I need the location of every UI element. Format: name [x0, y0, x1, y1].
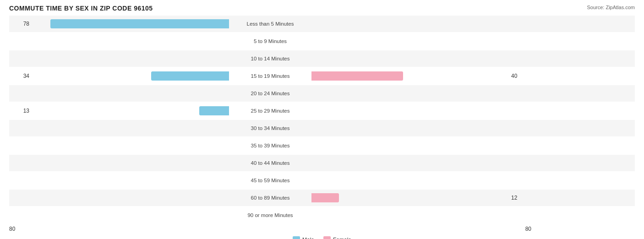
chart-row: 5 to 9 Minutes: [9, 33, 635, 49]
male-value: 78: [9, 21, 32, 27]
male-value: 13: [9, 108, 32, 114]
female-bar-container: [311, 71, 508, 81]
row-label: 35 to 39 Minutes: [229, 143, 311, 148]
row-label: 90 or more Minutes: [229, 212, 311, 218]
male-value: 34: [9, 73, 32, 79]
row-label: 45 to 59 Minutes: [229, 178, 311, 183]
chart-row: 40 to 44 Minutes: [9, 155, 635, 171]
male-bar-container: [32, 54, 229, 63]
chart-row: 45 to 59 Minutes: [9, 172, 635, 189]
chart-row: 35 to 39 Minutes: [9, 137, 635, 154]
row-label: Less than 5 Minutes: [229, 21, 311, 27]
female-bar-container: [311, 89, 508, 98]
male-bar-container: [32, 71, 229, 81]
female-bar-container: [311, 106, 508, 115]
bars-area: 78 Less than 5 Minutes 5 to 9 Minutes: [9, 16, 635, 223]
female-value: 40: [508, 73, 531, 79]
chart-row: 60 to 89 Minutes 12: [9, 190, 635, 206]
row-label: 25 to 29 Minutes: [229, 108, 311, 114]
row-label: 40 to 44 Minutes: [229, 160, 311, 166]
axis-right-label: 80: [311, 226, 531, 232]
female-bar-container: [311, 141, 508, 150]
male-bar-container: [32, 19, 229, 28]
chart-row: 78 Less than 5 Minutes: [9, 16, 635, 32]
legend-female: Female: [323, 236, 351, 239]
male-bar: [50, 19, 229, 28]
row-label: 30 to 34 Minutes: [229, 125, 311, 131]
chart-row: 10 to 14 Minutes: [9, 50, 635, 67]
axis-left-label: 80: [9, 226, 229, 232]
axis-labels-row: 80 80: [9, 224, 635, 234]
chart-row: 13 25 to 29 Minutes: [9, 103, 635, 119]
female-bar-container: [311, 37, 508, 46]
legend-male: Male: [293, 236, 314, 239]
female-value: 12: [508, 195, 531, 201]
chart-title: COMMUTE TIME BY SEX IN ZIP CODE 96105: [9, 5, 635, 12]
female-bar-container: [311, 193, 508, 202]
male-bar-container: [32, 89, 229, 98]
row-label: 15 to 19 Minutes: [229, 73, 311, 79]
female-color-box: [323, 236, 331, 239]
male-bar-container: [32, 106, 229, 115]
row-label: 60 to 89 Minutes: [229, 195, 311, 201]
legend: Male Female: [9, 236, 635, 239]
male-bar-container: [32, 37, 229, 46]
chart-row: 90 or more Minutes: [9, 207, 635, 223]
chart-row: 34 15 to 19 Minutes 40: [9, 68, 635, 84]
female-bar-container: [311, 124, 508, 133]
female-bar-container: [311, 211, 508, 220]
male-bar-container: [32, 124, 229, 133]
female-bar-container: [311, 176, 508, 185]
source-label: Source: ZipAtlas.com: [587, 5, 635, 10]
chart-row: 30 to 34 Minutes: [9, 120, 635, 136]
chart-row: 20 to 24 Minutes: [9, 85, 635, 102]
male-bar: [151, 71, 229, 81]
female-bar-container: [311, 158, 508, 168]
female-legend-label: Female: [333, 237, 351, 239]
male-bar-container: [32, 193, 229, 202]
female-bar: [311, 71, 403, 81]
male-legend-label: Male: [302, 237, 314, 239]
male-bar-container: [32, 176, 229, 185]
female-bar: [311, 193, 339, 202]
row-label: 10 to 14 Minutes: [229, 56, 311, 61]
male-bar-container: [32, 141, 229, 150]
male-bar-container: [32, 158, 229, 168]
row-label: 5 to 9 Minutes: [229, 38, 311, 44]
male-bar-container: [32, 211, 229, 220]
female-bar-container: [311, 54, 508, 63]
male-color-box: [293, 236, 300, 239]
chart-container: COMMUTE TIME BY SEX IN ZIP CODE 96105 So…: [0, 0, 644, 239]
row-label: 20 to 24 Minutes: [229, 91, 311, 96]
female-bar-container: [311, 19, 508, 28]
male-bar: [199, 106, 229, 115]
